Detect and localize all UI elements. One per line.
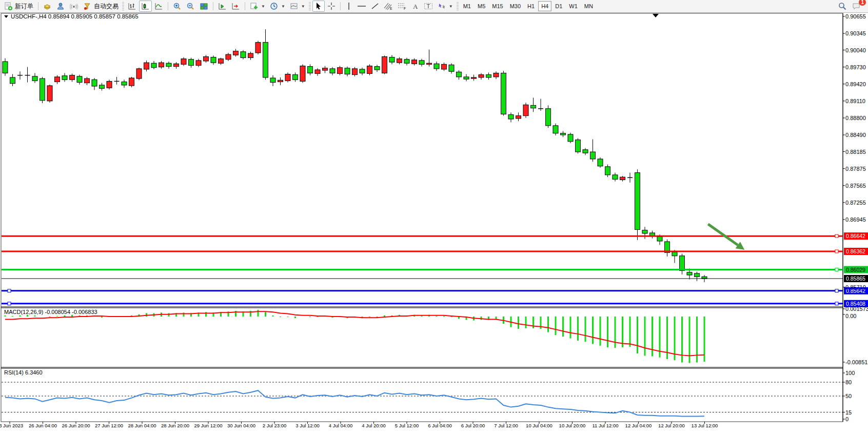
time-axis-label: 7 Jul 12:00	[494, 423, 518, 428]
price-axis-label: 0.86945	[845, 216, 866, 223]
chart-canvas[interactable]: 0.866420.863620.860290.856420.854080.858…	[0, 0, 868, 434]
time-axis-label: 28 Jun 04:00	[128, 423, 156, 428]
fibonacci-button[interactable]: F	[396, 1, 409, 12]
rsi-axis-label: 0	[845, 416, 849, 422]
vertical-line-icon	[345, 2, 352, 10]
channel-button[interactable]: E	[382, 1, 395, 12]
text-button[interactable]: A	[409, 1, 421, 12]
tab-timeframe-m15[interactable]: M15	[489, 1, 506, 11]
line-handle	[835, 302, 838, 305]
tab-timeframe-mn[interactable]: MN	[581, 1, 596, 11]
chart-line-icon	[154, 2, 163, 11]
price-axis-label: 0.89420	[845, 81, 866, 87]
candle	[367, 64, 372, 75]
candle	[546, 105, 551, 128]
chart-candles-icon	[141, 2, 150, 11]
tab-timeframe-m5[interactable]: M5	[475, 1, 488, 11]
candle	[285, 72, 290, 82]
candle	[568, 133, 573, 143]
separator	[168, 2, 168, 10]
rsi-axis-label: 100	[845, 370, 855, 376]
tab-timeframe-w1[interactable]: W1	[566, 1, 581, 11]
toolbar-grip	[122, 2, 124, 10]
label-button[interactable]: T	[422, 1, 435, 12]
tab-timeframe-h1[interactable]: H1	[524, 1, 538, 11]
autoscroll-button[interactable]	[216, 1, 229, 12]
zoom-out-button[interactable]	[184, 1, 197, 12]
candle	[136, 68, 142, 81]
arrows-button[interactable]: ▼	[436, 1, 455, 12]
chart-title: USDCHF-,H4 0.85894 0.85905 0.85857 0.858…	[11, 13, 139, 19]
chart-candles-button[interactable]	[139, 1, 152, 12]
search-button[interactable]	[836, 1, 849, 12]
price-axis-label: 0.88185	[845, 149, 866, 155]
new-order-label: 新订单	[15, 2, 33, 11]
chevron-down-icon: ▼	[301, 4, 305, 9]
horizontal-line-button[interactable]	[355, 1, 368, 12]
chart-bars-icon	[128, 2, 136, 11]
period-clock-icon	[270, 2, 279, 11]
time-axis-label: 10 Jul 20:00	[559, 423, 586, 428]
signals-button[interactable]	[68, 1, 81, 12]
time-axis-label: 29 Jun 12:00	[194, 423, 223, 428]
svg-text:0.86362: 0.86362	[846, 248, 865, 254]
tile-windows-button[interactable]	[198, 1, 210, 12]
periods-button[interactable]: ▼	[268, 1, 287, 12]
macd-axis-label: -0.008513	[845, 359, 868, 365]
new-order-icon	[4, 2, 13, 11]
candle	[255, 41, 261, 54]
svg-text:T: T	[426, 3, 430, 9]
time-axis-label: 23 Jun 2023	[0, 423, 23, 428]
crosshair-button[interactable]	[325, 1, 338, 12]
time-axis-label: 5 Jul 12:00	[395, 423, 419, 428]
tab-timeframe-d1[interactable]: D1	[552, 1, 565, 11]
main-toolbar: 新订单 自动交易 ▼ ▼	[0, 0, 868, 13]
tab-timeframe-h4[interactable]: H4	[538, 1, 551, 11]
notifications-button[interactable]: 1	[850, 1, 863, 12]
arrows-icon	[438, 2, 446, 10]
svg-text:0.86029: 0.86029	[846, 267, 865, 273]
horizontal-line-icon	[357, 2, 366, 10]
account-icon	[56, 2, 65, 11]
chart-bars-button[interactable]	[126, 1, 139, 12]
time-axis-label: 12 Jul 04:00	[625, 423, 652, 428]
candle	[382, 55, 387, 74]
price-axis-label: 0.90655	[845, 13, 866, 19]
candle	[352, 67, 358, 76]
cursor-button[interactable]	[312, 1, 325, 12]
auto-trading-button[interactable]: 自动交易	[81, 1, 121, 12]
tab-timeframe-m30[interactable]: M30	[507, 1, 524, 11]
time-axis-label: 6 Jul 04:00	[428, 423, 451, 428]
vertical-line-button[interactable]	[343, 1, 354, 12]
time-axis-label: 2 Jul 23:00	[263, 423, 286, 428]
new-order-button[interactable]: 新订单	[2, 1, 35, 12]
candle	[598, 157, 603, 168]
zoom-in-icon	[173, 2, 182, 11]
tab-timeframe-m1[interactable]: M1	[460, 1, 474, 11]
templates-button[interactable]: ▼	[288, 1, 307, 12]
candle	[576, 138, 581, 153]
time-axis-label: 28 Jun 20:00	[161, 423, 189, 428]
rsi-label: RSI(14) 6.3460	[4, 369, 43, 376]
chart-line-button[interactable]	[152, 1, 165, 12]
time-axis-label: 11 Jul 12:00	[592, 423, 618, 428]
trendline-button[interactable]	[369, 1, 381, 12]
market-watch-button[interactable]	[41, 1, 54, 12]
rsi-axis-label: 80	[845, 379, 852, 385]
template-icon	[290, 2, 299, 11]
price-axis-label: 0.90345	[845, 30, 866, 36]
rsi-axis-label: 50	[845, 393, 852, 399]
indicators-button[interactable]: ▼	[248, 1, 267, 12]
text-icon: A	[411, 2, 419, 10]
zoom-out-icon	[186, 2, 195, 11]
svg-text:A: A	[413, 3, 418, 10]
chart-shift-button[interactable]	[229, 1, 242, 12]
candle	[40, 77, 45, 103]
accounts-button[interactable]	[54, 1, 67, 12]
svg-text:0.85865: 0.85865	[846, 275, 865, 282]
time-axis-label: 26 Jun 20:00	[62, 423, 90, 428]
candle	[523, 103, 528, 118]
macd-axis-label: 0.001573	[845, 306, 868, 312]
zoom-in-button[interactable]	[171, 1, 184, 12]
price-axis-label: 0.85710	[845, 284, 866, 290]
